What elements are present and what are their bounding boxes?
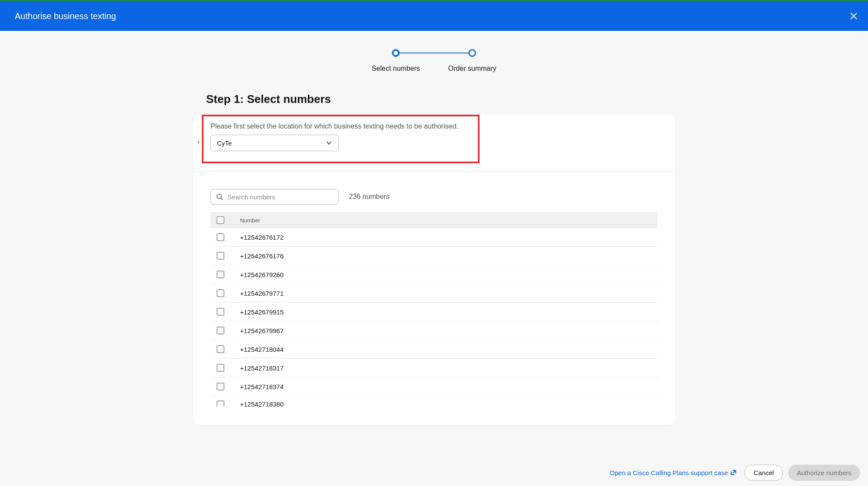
step-order-summary: Order summary — [433, 49, 511, 73]
row-checkbox[interactable] — [217, 383, 224, 390]
number-cell: +12542679915 — [240, 308, 284, 316]
modal-title: Authorise business texting — [15, 11, 116, 21]
highlight-marker: › — [197, 138, 200, 145]
external-link-icon — [730, 469, 736, 476]
stepper: Select numbers Order summary — [0, 31, 868, 73]
footer: Open a Cisco Calling Plans support case … — [0, 459, 868, 486]
row-checkbox[interactable] — [217, 400, 224, 407]
number-cell: +12542718044 — [240, 346, 284, 353]
step-label: Select numbers — [372, 65, 420, 73]
table-row[interactable]: +12542679967 — [210, 321, 658, 340]
numbers-count: 236 numbers — [349, 193, 389, 201]
number-cell: +12542676172 — [240, 234, 284, 241]
numbers-table: Number +12542676172 +12542676176 +125426… — [193, 212, 675, 413]
main-card: › Please first select the location for w… — [193, 115, 675, 425]
table-row[interactable]: +12542676172 — [210, 228, 658, 247]
column-header-number: Number — [240, 217, 260, 224]
search-icon — [216, 193, 223, 200]
step-indicator-pending — [468, 49, 476, 57]
table-row[interactable]: +12542679260 — [210, 265, 658, 284]
row-checkbox[interactable] — [217, 364, 224, 372]
chevron-down-icon — [326, 140, 332, 146]
location-selected-value: CyTe — [217, 139, 232, 147]
table-row[interactable]: +12542718317 — [210, 359, 658, 377]
svg-point-2 — [217, 194, 221, 198]
row-checkbox[interactable] — [217, 252, 224, 260]
cancel-button[interactable]: Cancel — [744, 465, 783, 481]
table-header: Number — [210, 212, 658, 228]
step-indicator-active — [392, 49, 400, 57]
location-instruction: Please first select the location for whi… — [210, 122, 471, 130]
support-link-label: Open a Cisco Calling Plans support case — [610, 469, 728, 476]
row-checkbox[interactable] — [217, 271, 224, 278]
search-input-wrapper[interactable] — [210, 189, 339, 205]
table-row[interactable]: +12542718044 — [210, 340, 658, 359]
step-label: Order summary — [448, 65, 496, 73]
row-checkbox[interactable] — [217, 308, 224, 316]
table-row[interactable]: +12542718380 — [210, 396, 658, 413]
numbers-toolbar: 236 numbers — [193, 172, 675, 212]
search-input[interactable] — [227, 193, 333, 201]
table-row[interactable]: +12542679771 — [210, 284, 658, 303]
table-row[interactable]: +12542718374 — [210, 377, 658, 396]
location-highlight: Please first select the location for whi… — [202, 115, 480, 163]
number-cell: +12542718317 — [240, 364, 284, 372]
table-row[interactable]: +12542679915 — [210, 303, 658, 321]
number-cell: +12542676176 — [240, 252, 284, 260]
row-checkbox[interactable] — [217, 345, 224, 353]
table-row[interactable]: +12542676176 — [210, 247, 658, 265]
authorize-button[interactable]: Authorize numbers — [788, 465, 860, 481]
row-checkbox[interactable] — [217, 233, 224, 241]
select-all-checkbox[interactable] — [217, 216, 224, 224]
number-cell: +12542718374 — [240, 383, 284, 390]
number-cell: +12542718380 — [240, 400, 284, 408]
number-cell: +12542679967 — [240, 327, 284, 334]
support-link[interactable]: Open a Cisco Calling Plans support case — [610, 469, 737, 476]
number-cell: +12542679260 — [240, 271, 284, 278]
location-select[interactable]: CyTe — [210, 135, 339, 151]
row-checkbox[interactable] — [217, 289, 224, 297]
number-cell: +12542679771 — [240, 290, 284, 297]
modal-header: Authorise business texting — [0, 1, 868, 31]
page-title: Step 1: Select numbers — [193, 93, 675, 106]
row-checkbox[interactable] — [217, 327, 224, 334]
svg-line-3 — [221, 198, 223, 200]
close-icon[interactable] — [850, 12, 858, 20]
